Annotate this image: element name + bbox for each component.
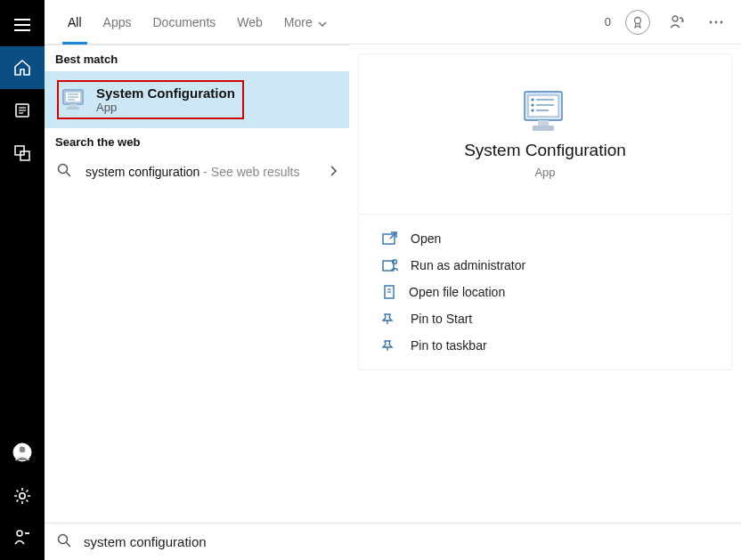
action-open-location[interactable]: Open file location — [359, 279, 731, 305]
action-open-label: Open — [411, 231, 441, 246]
svg-point-30 — [531, 98, 533, 101]
svg-line-39 — [390, 232, 396, 239]
svg-point-26 — [59, 165, 68, 174]
web-result-item[interactable]: system configuration - See web results — [45, 154, 349, 190]
tab-more-label: More — [284, 15, 313, 29]
svg-rect-24 — [69, 104, 77, 107]
action-pin-start-label: Pin to Start — [411, 312, 472, 326]
rewards-icon[interactable] — [625, 10, 650, 35]
detail-actions: Open Run as administrator Open file loca… — [359, 215, 731, 369]
best-match-item[interactable]: System Configuration App — [45, 71, 349, 128]
filter-tabs: All Apps Documents Web More 0 — [45, 0, 741, 45]
svg-rect-25 — [67, 107, 79, 110]
action-open-location-label: Open file location — [409, 285, 505, 299]
app-icon — [62, 89, 87, 110]
menu-button[interactable] — [0, 4, 45, 46]
web-result-text: system configuration - See web results — [86, 165, 299, 179]
svg-rect-36 — [538, 120, 549, 126]
svg-rect-37 — [533, 126, 554, 131]
svg-line-46 — [67, 542, 71, 547]
tab-apps[interactable]: Apps — [93, 0, 142, 45]
svg-point-11 — [20, 493, 25, 499]
action-pin-taskbar[interactable]: Pin to taskbar — [359, 332, 731, 359]
web-result-query: system configuration — [86, 165, 200, 179]
svg-point-15 — [672, 16, 678, 21]
rail-power[interactable] — [14, 530, 30, 549]
rail-item-2[interactable] — [0, 89, 45, 132]
tab-more[interactable]: More — [273, 0, 338, 45]
action-open[interactable]: Open — [359, 225, 731, 252]
detail-panel: System Configuration App Open Run as adm… — [349, 45, 741, 523]
rewards-count: 0 — [605, 15, 611, 28]
left-rail — [0, 0, 45, 560]
svg-point-32 — [531, 103, 533, 106]
tab-documents[interactable]: Documents — [142, 0, 226, 45]
action-pin-taskbar-label: Pin to taskbar — [411, 338, 487, 353]
detail-type: App — [534, 166, 555, 179]
chevron-right-icon — [330, 164, 337, 180]
best-match-header: Best match — [45, 45, 349, 71]
svg-rect-7 — [15, 146, 24, 155]
svg-point-45 — [59, 534, 68, 543]
detail-app-icon — [520, 89, 570, 135]
rail-home[interactable] — [0, 46, 45, 89]
rail-account[interactable] — [12, 442, 32, 466]
rail-item-3[interactable] — [0, 132, 45, 174]
more-options-icon[interactable] — [704, 10, 729, 35]
search-bar — [45, 523, 741, 560]
svg-point-16 — [710, 20, 712, 23]
web-result-suffix: - See web results — [200, 165, 299, 179]
svg-point-18 — [721, 20, 723, 23]
best-match-title: System Configuration — [96, 85, 235, 101]
highlight-box: System Configuration App — [57, 80, 244, 119]
search-input[interactable] — [84, 534, 729, 549]
search-icon — [57, 163, 75, 181]
svg-point-34 — [531, 109, 533, 111]
svg-point-14 — [635, 17, 641, 23]
chevron-down-icon — [318, 15, 327, 29]
feedback-icon[interactable] — [664, 10, 689, 35]
tab-web[interactable]: Web — [226, 0, 273, 45]
svg-point-10 — [19, 446, 26, 453]
detail-title: System Configuration — [464, 141, 626, 160]
best-match-subtitle: App — [96, 101, 235, 114]
action-pin-start[interactable]: Pin to Start — [359, 305, 731, 332]
search-icon — [57, 533, 71, 551]
search-web-header: Search the web — [45, 128, 349, 154]
svg-point-17 — [715, 20, 718, 23]
tab-all[interactable]: All — [57, 0, 93, 45]
svg-line-27 — [67, 173, 71, 177]
rail-settings[interactable] — [13, 487, 31, 508]
action-run-admin-label: Run as administrator — [411, 258, 525, 272]
action-run-admin[interactable]: Run as administrator — [359, 252, 731, 279]
results-panel: Best match System Configuration App Sear… — [45, 45, 349, 523]
main-panel: All Apps Documents Web More 0 Best match — [45, 0, 741, 560]
svg-rect-8 — [20, 151, 29, 160]
svg-point-12 — [17, 531, 22, 536]
